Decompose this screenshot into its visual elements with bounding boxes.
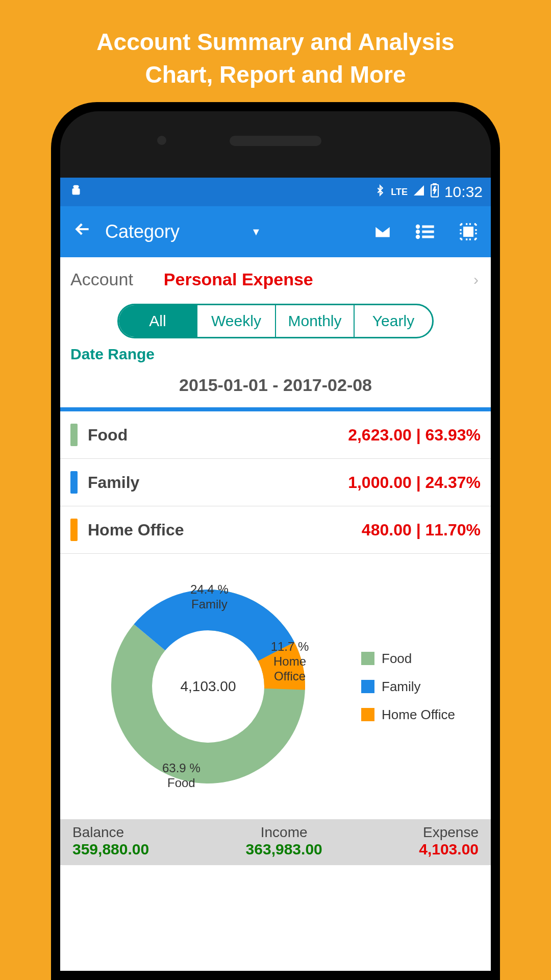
android-icon xyxy=(68,183,84,201)
category-value: 480.00 | 11.70% xyxy=(362,521,481,540)
summary-expense: Expense 4,103.00 xyxy=(419,824,479,858)
select-all-icon[interactable] xyxy=(458,222,479,242)
period-tab-all[interactable]: All xyxy=(119,305,197,337)
legend-item-food: Food xyxy=(361,651,455,667)
lte-indicator: LTE xyxy=(391,187,408,198)
period-tab-monthly[interactable]: Monthly xyxy=(276,305,355,337)
list-icon[interactable] xyxy=(415,222,436,242)
donut-chart: 4,103.00 24.4 %Family 11.7 %Home Office … xyxy=(96,574,320,799)
promo-headline: Account Summary and Analysis Chart, Repo… xyxy=(0,0,551,107)
summary-income: Income 363,983.00 xyxy=(246,824,322,858)
status-left xyxy=(68,183,84,201)
status-bar: LTE 10:32 xyxy=(60,178,491,206)
back-button[interactable] xyxy=(72,219,93,244)
category-color-home-office xyxy=(70,519,78,541)
svg-point-11 xyxy=(417,236,418,237)
promo-line2: Chart, Report and More xyxy=(20,58,531,91)
slice-label-home-office: 11.7 %Home Office xyxy=(259,640,320,683)
appbar-dropdown[interactable]: Category ▼ xyxy=(105,221,360,242)
account-selector[interactable]: Account Personal Expense › xyxy=(60,257,491,296)
svg-rect-3 xyxy=(73,185,79,188)
slice-label-family: 24.4 %Family xyxy=(190,582,229,612)
period-tab-yearly[interactable]: Yearly xyxy=(355,305,432,337)
category-name: Family xyxy=(88,473,338,492)
phone-speaker xyxy=(230,136,321,146)
app-screen: LTE 10:32 Category ▼ xyxy=(60,178,491,971)
mail-icon[interactable] xyxy=(372,222,393,242)
summary-expense-label: Expense xyxy=(419,824,479,841)
account-label: Account xyxy=(70,270,133,289)
appbar-title: Category xyxy=(105,221,180,242)
period-tab-weekly[interactable]: Weekly xyxy=(197,305,276,337)
category-row-home-office[interactable]: Home Office 480.00 | 11.70% xyxy=(60,506,491,554)
legend-item-family: Family xyxy=(361,679,455,695)
signal-icon xyxy=(413,184,425,200)
legend-label: Food xyxy=(382,651,412,667)
dropdown-caret-icon: ▼ xyxy=(251,226,261,238)
phone-bezel: LTE 10:32 Category ▼ xyxy=(60,111,491,971)
donut-center-value: 4,103.00 xyxy=(181,678,236,695)
donut-chart-area: 4,103.00 24.4 %Family 11.7 %Home Office … xyxy=(60,554,491,819)
phone-frame: LTE 10:32 Category ▼ xyxy=(51,102,500,980)
summary-income-label: Income xyxy=(246,824,322,841)
appbar-actions xyxy=(372,222,479,242)
category-color-family xyxy=(70,471,78,494)
summary-bar: Balance 359,880.00 Income 363,983.00 Exp… xyxy=(60,819,491,865)
category-row-food[interactable]: Food 2,623.00 | 63.93% xyxy=(60,411,491,459)
legend-swatch xyxy=(361,652,374,665)
category-row-family[interactable]: Family 1,000.00 | 24.37% xyxy=(60,459,491,506)
legend-label: Home Office xyxy=(382,707,455,723)
svg-rect-0 xyxy=(72,188,80,195)
summary-balance-value: 359,880.00 xyxy=(72,841,149,858)
legend-swatch xyxy=(361,708,374,721)
chart-legend: Food Family Home Office xyxy=(361,651,455,723)
summary-balance: Balance 359,880.00 xyxy=(72,824,149,858)
status-right: LTE 10:32 xyxy=(374,183,483,201)
category-color-food xyxy=(70,424,78,446)
category-name: Food xyxy=(88,426,338,445)
summary-balance-label: Balance xyxy=(72,824,149,841)
phone-camera xyxy=(157,136,166,145)
summary-expense-value: 4,103.00 xyxy=(419,841,479,858)
category-value: 2,623.00 | 63.93% xyxy=(348,426,481,445)
svg-rect-5 xyxy=(433,183,436,185)
battery-charging-icon xyxy=(430,183,439,201)
app-bar: Category ▼ xyxy=(60,206,491,257)
slice-label-food: 63.9 %Food xyxy=(162,761,201,791)
date-range-label: Date Range xyxy=(60,342,491,366)
divider xyxy=(60,407,491,411)
legend-item-home-office: Home Office xyxy=(361,707,455,723)
promo-line1: Account Summary and Analysis xyxy=(20,26,531,58)
summary-income-value: 363,983.00 xyxy=(246,841,322,858)
legend-label: Family xyxy=(382,679,421,695)
chevron-right-icon: › xyxy=(473,271,479,288)
period-segmented-control: All Weekly Monthly Yearly xyxy=(117,304,434,338)
legend-swatch xyxy=(361,680,374,693)
svg-rect-12 xyxy=(464,228,473,236)
bluetooth-icon xyxy=(374,183,386,201)
status-time: 10:32 xyxy=(444,183,483,201)
date-range-value[interactable]: 2015-01-01 - 2017-02-08 xyxy=(60,366,491,407)
svg-point-10 xyxy=(417,231,418,232)
account-value: Personal Expense xyxy=(164,270,313,289)
svg-point-9 xyxy=(417,226,418,227)
category-name: Home Office xyxy=(88,521,352,540)
category-value: 1,000.00 | 24.37% xyxy=(348,473,481,492)
